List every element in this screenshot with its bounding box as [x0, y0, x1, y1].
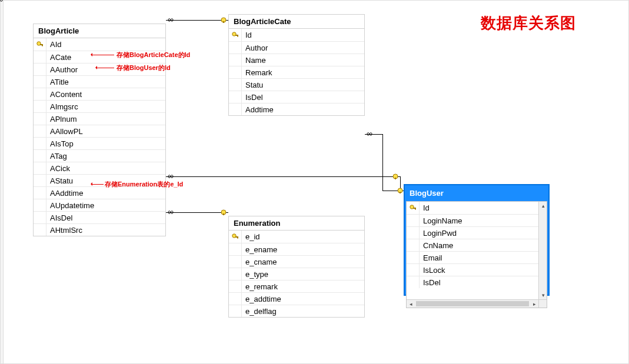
column-name: AAllowPL	[46, 125, 165, 137]
key-col-empty	[34, 113, 46, 125]
annotation-arrow	[92, 55, 114, 55]
column-name: CnName	[420, 239, 538, 251]
column-name: IsDel	[242, 91, 364, 103]
key-col-empty	[34, 76, 46, 88]
key-col-empty	[229, 305, 242, 317]
table-column-row[interactable]: AAllowPL	[34, 125, 165, 137]
column-name: e_ename	[242, 243, 364, 255]
many-end-icon	[366, 131, 373, 137]
key-col-empty	[34, 199, 46, 211]
key-col-empty	[34, 224, 46, 236]
table-column-row[interactable]: LoginPwd	[407, 226, 538, 239]
table-header: BlogArticle	[34, 24, 165, 38]
table-column-row[interactable]: AContent	[34, 88, 165, 100]
key-col-empty	[34, 125, 46, 137]
table-column-row[interactable]: ATag	[34, 149, 165, 162]
table-bloguser[interactable]: BlogUser IdLoginNameLoginPwdCnNameEmailI…	[404, 184, 550, 296]
column-name: ACick	[46, 162, 165, 174]
column-name: Addtime	[242, 103, 364, 115]
table-column-row[interactable]: Addtime	[229, 103, 364, 115]
table-column-row[interactable]: AHtmlSrc	[34, 223, 165, 236]
table-column-row[interactable]: AId	[34, 38, 165, 51]
key-col-empty	[229, 256, 242, 268]
table-column-row[interactable]: ATitle	[34, 75, 165, 88]
table-column-row[interactable]: LoginName	[407, 214, 538, 226]
key-col-empty	[407, 264, 420, 276]
column-name: Id	[420, 202, 538, 214]
table-column-row[interactable]: e_addtime	[229, 292, 364, 305]
table-column-row[interactable]: e_ename	[229, 243, 364, 255]
column-name: LoginName	[420, 215, 538, 226]
table-column-row[interactable]: e_type	[229, 268, 364, 280]
column-name: AIsDel	[46, 212, 165, 223]
column-name: ATag	[46, 150, 165, 162]
annotation-aauthor: 存储BlogUser的Id	[117, 64, 171, 72]
table-column-row[interactable]: Id	[229, 29, 364, 41]
key-col-empty	[34, 64, 46, 75]
key-col-empty	[34, 138, 46, 149]
key-col-empty	[34, 212, 46, 223]
column-name: Id	[242, 29, 364, 41]
table-column-row[interactable]: ACick	[34, 162, 165, 174]
table-column-row[interactable]: e_delflag	[229, 305, 364, 317]
column-name: APlnum	[46, 113, 165, 125]
table-column-row[interactable]: AImgsrc	[34, 100, 165, 112]
table-header: BlogUser	[406, 186, 547, 201]
key-col-empty	[34, 88, 46, 100]
column-name: AHtmlSrc	[46, 224, 165, 236]
key-col-empty	[229, 42, 242, 54]
scroll-up-icon[interactable]: ▴	[539, 202, 547, 210]
scroll-down-icon[interactable]: ▾	[539, 291, 547, 299]
column-name: AAddtime	[46, 187, 165, 199]
primary-key-icon	[407, 202, 420, 214]
table-column-row[interactable]: Id	[407, 202, 538, 214]
column-name: Statu	[242, 79, 364, 91]
primary-key-icon	[229, 29, 242, 41]
table-column-row[interactable]: Author	[229, 41, 364, 54]
vertical-scrollbar[interactable]: ▴ ▾	[538, 202, 547, 299]
table-column-row[interactable]: AIsDel	[34, 211, 165, 223]
many-end-icon	[167, 17, 174, 23]
key-col-empty	[34, 175, 46, 186]
table-column-row[interactable]: Email	[407, 251, 538, 263]
table-column-row[interactable]: IsLock	[407, 263, 538, 276]
key-col-empty	[407, 252, 420, 263]
key-col-empty	[229, 243, 242, 255]
table-body: IdLoginNameLoginPwdCnNameEmailIsLockIsDe…	[407, 202, 538, 299]
column-name: e_type	[242, 268, 364, 280]
table-column-row[interactable]: AIsTop	[34, 137, 165, 149]
table-blogarticlecate[interactable]: BlogArticleCate IdAuthorNameRemarkStatuI…	[228, 14, 365, 116]
table-column-row[interactable]: APlnum	[34, 112, 165, 125]
scroll-right-icon[interactable]: ▸	[530, 300, 538, 308]
table-column-row[interactable]: IsDel	[407, 276, 538, 288]
table-column-row[interactable]: Name	[229, 54, 364, 66]
table-column-row[interactable]: e_id	[229, 231, 364, 243]
table-column-row[interactable]: Statu	[229, 78, 364, 91]
key-col-empty	[407, 215, 420, 226]
table-enumeration[interactable]: Enumeration e_ide_enamee_cnamee_typee_re…	[228, 216, 365, 318]
scroll-left-icon[interactable]: ◂	[407, 300, 415, 308]
column-name: LoginPwd	[420, 227, 538, 239]
annotation-arrow	[92, 184, 104, 185]
column-name: e_remark	[242, 280, 364, 292]
table-column-row[interactable]: IsDel	[229, 91, 364, 103]
column-name: e_cname	[242, 256, 364, 268]
table-column-row[interactable]: AUpdatetime	[34, 199, 165, 211]
table-column-row[interactable]: e_remark	[229, 280, 364, 292]
column-name: IsLock	[420, 264, 538, 276]
key-col-empty	[34, 162, 46, 174]
column-name: AUpdatetime	[46, 199, 165, 211]
key-col-empty	[34, 51, 46, 63]
table-column-row[interactable]: Remark	[229, 66, 364, 78]
annotation-arrow	[96, 68, 114, 68]
horizontal-scrollbar[interactable]: ◂ ▸	[407, 299, 547, 308]
key-col-empty	[34, 187, 46, 199]
key-col-empty	[34, 150, 46, 162]
table-column-row[interactable]: CnName	[407, 239, 538, 251]
scrollbar-thumb[interactable]	[416, 301, 529, 306]
key-col-empty	[34, 101, 46, 112]
column-name: AId	[46, 38, 165, 51]
table-body: IdAuthorNameRemarkStatuIsDelAddtime	[229, 29, 364, 115]
table-column-row[interactable]: e_cname	[229, 255, 364, 268]
column-name: Email	[420, 252, 538, 263]
